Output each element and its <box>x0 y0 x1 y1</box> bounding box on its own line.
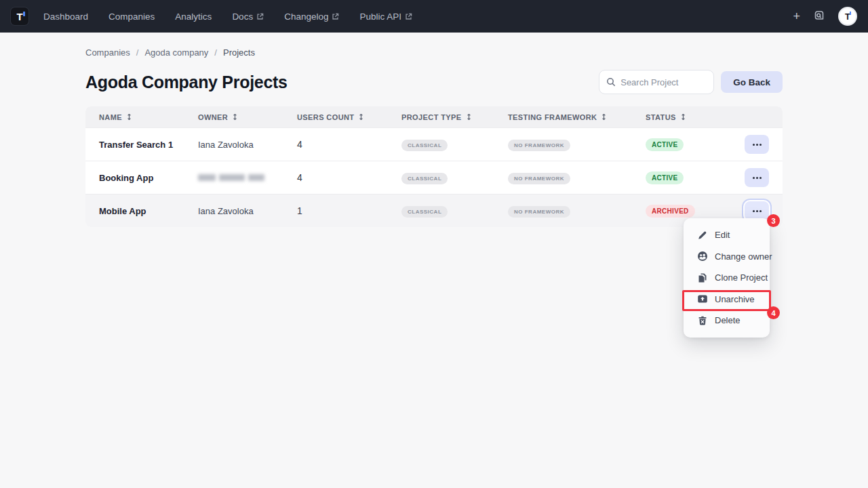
column-header-testing-framework[interactable]: Testing Framework <box>508 113 646 121</box>
status-badge: ARCHIVED <box>646 205 695 218</box>
top-navigation: T Dashboard Companies Analytics Docs Cha… <box>0 0 868 33</box>
copy-icon <box>697 272 708 283</box>
trash-icon <box>697 315 708 326</box>
breadcrumb-projects[interactable]: Projects <box>223 47 255 58</box>
search-icon <box>606 77 616 87</box>
testing-framework-badge: NO FRAMEWORK <box>508 140 570 151</box>
breadcrumb: Companies / Agoda company / Projects <box>85 47 783 58</box>
header-actions: Go Back <box>599 70 783 94</box>
row-actions-button[interactable] <box>745 168 769 187</box>
column-header-users-count[interactable]: Users Count <box>297 113 401 121</box>
pencil-icon <box>697 230 708 241</box>
table-row: Mobile App Iana Zavoloka 1 CLASSICAL NO … <box>85 194 783 227</box>
project-name: Transfer Search 1 <box>99 140 198 150</box>
menu-item-unarchive[interactable]: Unarchive <box>684 289 770 310</box>
nav-item-public-api[interactable]: Public API <box>359 12 412 22</box>
testing-framework-badge: NO FRAMEWORK <box>508 206 570 218</box>
column-header-owner[interactable]: Owner <box>198 113 297 121</box>
search-project-box <box>599 70 714 94</box>
nav-item-companies[interactable]: Companies <box>108 12 155 22</box>
external-link-icon <box>332 13 339 20</box>
redacted-text <box>198 174 297 181</box>
add-icon[interactable]: + <box>793 10 800 22</box>
user-avatar[interactable]: T <box>838 7 857 26</box>
status-badge: ACTIVE <box>646 171 684 184</box>
row-actions-button[interactable] <box>745 135 769 154</box>
project-type-badge: CLASSICAL <box>401 173 448 184</box>
menu-item-edit[interactable]: Edit <box>684 224 770 246</box>
nav-item-analytics[interactable]: Analytics <box>175 12 212 22</box>
page-header: Agoda Company Projects Go Back <box>85 70 783 94</box>
sort-icon <box>231 113 239 121</box>
app-logo-accent <box>23 12 25 16</box>
sort-icon <box>679 113 687 121</box>
support-search-icon[interactable] <box>812 9 826 23</box>
testing-framework-badge: NO FRAMEWORK <box>508 173 570 184</box>
row-actions-menu: Edit Change owner Clone Project Unarchiv… <box>684 218 770 338</box>
breadcrumb-companies[interactable]: Companies <box>85 47 130 58</box>
projects-table: Name Owner Users Count Project Type Test… <box>85 106 783 227</box>
project-name: Booking App <box>99 173 198 183</box>
avatar-logo-accent <box>850 12 851 15</box>
project-owner-redacted <box>198 174 297 181</box>
sort-icon <box>125 113 133 121</box>
search-project-input[interactable] <box>620 77 707 87</box>
nav-right-actions: + T <box>793 7 857 26</box>
project-type-badge: CLASSICAL <box>401 206 448 218</box>
project-users-count: 4 <box>297 139 401 150</box>
column-header-project-type[interactable]: Project Type <box>401 113 508 121</box>
project-owner: Iana Zavoloka <box>198 140 297 150</box>
row-actions-button-open[interactable] <box>745 201 769 220</box>
project-owner: Iana Zavoloka <box>198 206 297 216</box>
sort-icon <box>357 113 365 121</box>
nav-item-changelog[interactable]: Changelog <box>284 12 339 22</box>
status-badge: ACTIVE <box>646 138 684 151</box>
menu-item-clone-project[interactable]: Clone Project <box>684 267 770 289</box>
app-logo[interactable]: T <box>11 7 28 25</box>
breadcrumb-separator: / <box>136 47 139 58</box>
project-users-count: 4 <box>297 172 401 183</box>
main-nav: Dashboard Companies Analytics Docs Chang… <box>43 12 412 22</box>
app-logo-letter: T <box>16 12 22 22</box>
page-content: Companies / Agoda company / Projects Ago… <box>0 47 868 227</box>
sort-icon <box>465 113 473 121</box>
external-link-icon <box>256 13 264 20</box>
table-row: Booking App 4 CLASSICAL NO FRAMEWORK ACT… <box>85 161 783 194</box>
menu-item-change-owner[interactable]: Change owner <box>684 246 770 268</box>
unarchive-icon <box>697 293 708 304</box>
sort-icon <box>600 113 608 121</box>
column-header-name[interactable]: Name <box>99 113 198 121</box>
menu-item-delete[interactable]: Delete <box>684 310 770 331</box>
page-title: Agoda Company Projects <box>85 73 288 92</box>
project-type-badge: CLASSICAL <box>401 140 448 151</box>
nav-item-docs[interactable]: Docs <box>232 12 264 22</box>
column-header-status[interactable]: Status <box>646 113 745 121</box>
users-icon <box>697 251 708 262</box>
nav-item-dashboard[interactable]: Dashboard <box>43 12 88 22</box>
go-back-button[interactable]: Go Back <box>721 71 783 93</box>
breadcrumb-agoda-company[interactable]: Agoda company <box>144 47 208 58</box>
table-header-row: Name Owner Users Count Project Type Test… <box>85 106 783 127</box>
external-link-icon <box>405 13 412 20</box>
project-name: Mobile App <box>99 206 198 216</box>
project-users-count: 1 <box>297 205 401 216</box>
breadcrumb-separator: / <box>214 47 217 58</box>
table-row: Transfer Search 1 Iana Zavoloka 4 CLASSI… <box>85 127 783 161</box>
